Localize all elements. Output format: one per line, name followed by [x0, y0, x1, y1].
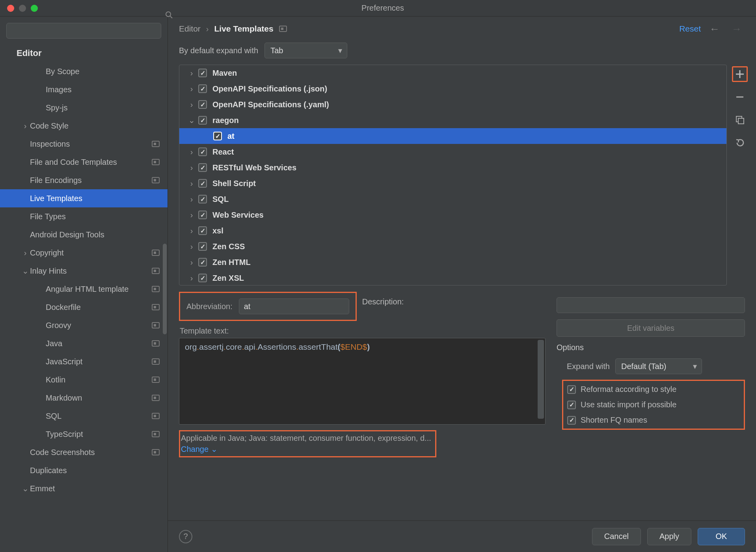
checkbox-icon[interactable] — [198, 100, 207, 109]
template-row[interactable]: ›React — [179, 144, 726, 160]
checkbox-icon[interactable] — [213, 132, 222, 140]
checkbox-icon[interactable] — [198, 69, 207, 77]
ok-button[interactable]: OK — [698, 528, 745, 545]
option-static-import[interactable]: Use static import if possible — [567, 400, 737, 409]
sidebar-item[interactable]: Live Templates — [0, 189, 168, 207]
sidebar-item-label: JavaScript — [46, 357, 149, 366]
sidebar-item[interactable]: TypeScript — [0, 425, 168, 443]
template-row[interactable]: ›Maven — [179, 65, 726, 81]
template-row[interactable]: ›OpenAPI Specifications (.yaml) — [179, 97, 726, 112]
project-scope-icon — [152, 141, 160, 147]
project-scope-icon — [279, 26, 287, 32]
template-name: Zen CSS — [212, 242, 245, 251]
duplicate-template-button[interactable] — [732, 112, 748, 128]
template-row[interactable]: ›Zen XSL — [179, 270, 726, 285]
sidebar-item[interactable]: ›Copyright — [0, 244, 168, 262]
sidebar-item[interactable]: File Encodings — [0, 171, 168, 189]
templates-tree[interactable]: ›Maven›OpenAPI Specifications (.json)›Op… — [179, 65, 727, 285]
sidebar-item[interactable]: SQL — [0, 407, 168, 425]
template-name: Shell Script — [212, 179, 256, 188]
change-context-link[interactable]: Change ⌄ — [181, 444, 218, 454]
options-expand-select[interactable]: Default (Tab) ▾ — [615, 358, 702, 374]
reset-link[interactable]: Reset — [679, 24, 701, 34]
template-row[interactable]: ›Zen HTML — [179, 254, 726, 270]
sidebar-item[interactable]: File and Code Templates — [0, 153, 168, 171]
abbreviation-input[interactable] — [239, 298, 349, 314]
option-shorten-fq[interactable]: Shorten FQ names — [567, 416, 737, 425]
checkbox-icon[interactable] — [198, 147, 207, 156]
sidebar-item-label: Dockerfile — [46, 303, 149, 312]
sidebar-item[interactable]: Inspections — [0, 135, 168, 153]
remove-template-button[interactable] — [732, 89, 748, 105]
sidebar-item[interactable]: Code Screenshots — [0, 443, 168, 461]
description-input[interactable] — [557, 297, 745, 313]
checkbox-icon[interactable] — [198, 211, 207, 219]
option-reformat[interactable]: Reformat according to style — [567, 385, 737, 394]
svg-rect-6 — [738, 118, 744, 124]
template-row[interactable]: ›SQL — [179, 191, 726, 207]
checkbox-icon[interactable] — [198, 258, 207, 267]
add-template-button[interactable] — [732, 66, 748, 82]
default-expand-select[interactable]: Tab ▾ — [264, 43, 347, 58]
sidebar-item[interactable]: JavaScript — [0, 352, 168, 371]
default-expand-label: By default expand with — [179, 46, 258, 55]
sidebar-item[interactable]: Android Design Tools — [0, 226, 168, 244]
checkbox-icon[interactable] — [198, 226, 207, 235]
sidebar-scrollbar[interactable] — [163, 244, 167, 334]
checkbox-icon[interactable] — [198, 179, 207, 188]
template-text-editor[interactable]: org.assertj.core.api.Assertions.assertTh… — [179, 338, 546, 425]
template-row[interactable]: at — [179, 128, 726, 144]
sidebar-item[interactable]: Java — [0, 334, 168, 352]
template-text-label: Template text: — [180, 326, 546, 336]
window-minimize-button[interactable] — [19, 5, 26, 12]
template-row[interactable]: ›RESTful Web Services — [179, 160, 726, 175]
nav-back-button[interactable]: ← — [706, 23, 723, 35]
sidebar-item[interactable]: Spy-js — [0, 99, 168, 117]
template-row[interactable]: ›OpenAPI Specifications (.json) — [179, 81, 726, 97]
code-scrollbar[interactable] — [538, 340, 544, 419]
project-scope-icon — [152, 395, 160, 401]
chevron-icon: › — [20, 121, 30, 131]
sidebar-item[interactable]: Images — [0, 80, 168, 99]
sidebar-item[interactable]: Markdown — [0, 389, 168, 407]
template-row[interactable]: ⌄raegon — [179, 112, 726, 128]
template-row[interactable]: ›Shell Script — [179, 175, 726, 191]
sidebar-item-label: Inlay Hints — [30, 267, 149, 276]
cancel-button[interactable]: Cancel — [592, 528, 641, 545]
search-input[interactable] — [6, 23, 161, 39]
template-name: Zen HTML — [212, 258, 251, 267]
checkbox-icon[interactable] — [198, 116, 207, 125]
template-row[interactable]: ›Web Services — [179, 207, 726, 223]
edit-variables-button[interactable]: Edit variables — [557, 319, 745, 337]
project-scope-icon — [152, 268, 160, 274]
sidebar-item[interactable]: ›Code Style — [0, 117, 168, 135]
sidebar-item[interactable]: Angular HTML template — [0, 280, 168, 298]
checkbox-icon[interactable] — [198, 84, 207, 93]
checkbox-icon[interactable] — [198, 195, 207, 203]
sidebar-item[interactable]: Kotlin — [0, 371, 168, 389]
chevron-icon: › — [187, 211, 196, 220]
revert-template-button[interactable] — [732, 135, 748, 151]
options-checkboxes: Reformat according to style Use static i… — [562, 380, 745, 430]
sidebar-item[interactable]: ⌄Inlay Hints — [0, 262, 168, 280]
checkbox-icon[interactable] — [198, 242, 207, 251]
sidebar-item[interactable]: By Scope — [0, 62, 168, 80]
template-row[interactable]: ›Zen CSS — [179, 239, 726, 254]
templates-scrollbar[interactable] — [721, 183, 725, 274]
sidebar-item[interactable]: Dockerfile — [0, 298, 168, 316]
window-close-button[interactable] — [7, 5, 14, 12]
apply-button[interactable]: Apply — [647, 528, 691, 545]
checkbox-icon[interactable] — [198, 274, 207, 282]
nav-forward-button[interactable]: → — [728, 23, 745, 35]
checkbox-icon[interactable] — [198, 163, 207, 172]
description-label: Description: — [362, 297, 404, 306]
sidebar-item[interactable]: Groovy — [0, 316, 168, 334]
sidebar-item[interactable]: Duplicates — [0, 461, 168, 479]
project-scope-icon — [152, 250, 160, 256]
window-maximize-button[interactable] — [31, 5, 38, 12]
checkbox-icon — [567, 385, 576, 394]
sidebar-item[interactable]: ⌄Emmet — [0, 479, 168, 498]
help-button[interactable]: ? — [179, 530, 192, 543]
template-row[interactable]: ›xsl — [179, 223, 726, 239]
sidebar-item[interactable]: File Types — [0, 207, 168, 226]
